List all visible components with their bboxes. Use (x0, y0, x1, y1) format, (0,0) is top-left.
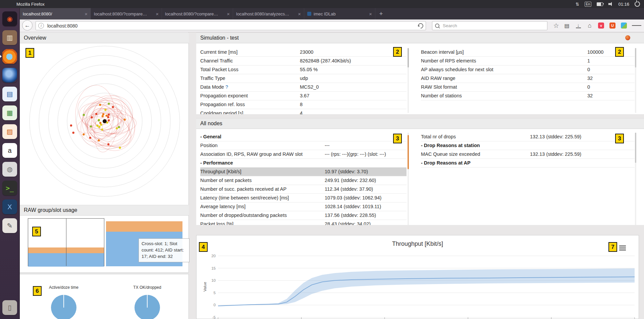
system-settings-icon: ◍ (2, 162, 17, 177)
row-value: 132.13 (stddev: 225.59) (530, 150, 581, 158)
launcher-item-files[interactable]: ▥ (1, 29, 18, 46)
url-input[interactable] (47, 23, 418, 29)
tab-close-button[interactable]: × (156, 11, 159, 16)
table-row[interactable]: Latency (time between sent/receive) [ms]… (200, 194, 407, 202)
scrollbar-thumb[interactable] (408, 48, 409, 67)
table-row: AID RAW range32 (421, 74, 635, 83)
table-row: Channel Traffic826284B (287.40Kbit/s) (200, 57, 407, 65)
scrollbar-thumb[interactable] (408, 135, 409, 169)
annotation-badge-1: 1 (25, 48, 34, 58)
table-row[interactable]: - General (200, 133, 407, 141)
battery-icon[interactable] (597, 2, 603, 6)
tab-analyze[interactable]: localhost:8080/analyzecs…× (233, 8, 304, 19)
table-row[interactable]: Packet loss [%]28.43 (stddev: 34.02) (200, 220, 407, 225)
row-value: udp (300, 74, 308, 83)
launcher-item-firefox[interactable] (1, 48, 18, 65)
annotation-badge-7: 7 (608, 242, 617, 252)
row-label: Propagation ref. loss (200, 100, 245, 109)
back-button[interactable]: ← (22, 20, 33, 31)
tab-compare1[interactable]: localhost:8080/?compare…× (91, 8, 162, 19)
unity-launcher: ◉▥▤▦▨a◍>_X✎▯ (0, 8, 20, 319)
launcher-item-trash[interactable]: ▯ (1, 299, 18, 316)
launcher-item-amazon[interactable]: a (1, 142, 18, 159)
simulation-table-left: Current time [ms]23000Channel Traffic826… (200, 48, 407, 114)
url-bar[interactable]: i (36, 21, 426, 30)
svg-text:10: 10 (211, 278, 216, 282)
row-value: 23000 (300, 48, 313, 56)
power-menu-icon[interactable] (635, 1, 640, 7)
table-row[interactable]: Association ID, RPS, RAW group and RAW s… (200, 150, 407, 159)
clock[interactable]: 01:16 (618, 2, 629, 7)
tab-home[interactable]: localhost:8080/× (20, 8, 91, 19)
tab-close-button[interactable]: × (369, 11, 372, 16)
launcher-item-dash-home[interactable]: ◉ (1, 10, 18, 28)
row-value: --- (rps: ---)(grp: ---) (slot: ---) (325, 150, 386, 158)
window-title: Mozilla Firefox (16, 2, 45, 7)
libreoffice-calc-icon: ▦ (2, 105, 17, 120)
overview-header: Overview (20, 33, 189, 43)
row-value: 8 (300, 100, 303, 109)
row-value: 249.91 (stddev: 232.60) (325, 176, 376, 185)
trash-icon: ▯ (2, 300, 17, 315)
row-value: 826284B (287.40Kbit/s) (300, 57, 351, 65)
pocket-icon[interactable]: v (596, 21, 606, 30)
launcher-item-browser-sphere[interactable] (1, 66, 18, 84)
table-row: Number of stations32 (421, 92, 635, 100)
row-value: 0 (587, 65, 590, 74)
bookmark-star-icon[interactable]: ☆ (551, 21, 561, 30)
table-row[interactable]: MAC Queue size exceeded132.13 (stddev: 2… (421, 150, 635, 159)
tab-compare2[interactable]: localhost:8080/?compare…× (162, 8, 233, 19)
dash-home-icon: ◉ (2, 11, 17, 26)
launcher-item-x-app[interactable]: X (1, 198, 18, 216)
launcher-item-libreoffice-calc[interactable]: ▦ (1, 104, 18, 122)
downloads-icon[interactable]: ↓ (574, 21, 583, 30)
tab-close-button[interactable]: × (227, 11, 230, 16)
tab-imec[interactable]: imec IDLab× (304, 8, 375, 19)
search-input[interactable] (442, 23, 544, 29)
browser-sphere-icon (2, 68, 17, 83)
table-row[interactable]: Position--- (200, 141, 407, 150)
search-bar[interactable] (432, 21, 547, 30)
scrollbar-thumb[interactable] (635, 48, 636, 67)
annotation-badge-6: 6 (33, 286, 42, 296)
row-label: - Drop Reasons at AP (421, 159, 471, 167)
volume-icon[interactable] (608, 2, 613, 6)
row-value: 100000 (587, 48, 603, 56)
tab-label: localhost:8080/?compare… (165, 11, 225, 16)
simulation-status-dot[interactable] (625, 35, 630, 40)
menu-icon[interactable] (632, 21, 641, 30)
table-row[interactable]: - Drop Reasons at AP (421, 159, 635, 168)
scrollbar-thumb[interactable] (635, 133, 636, 163)
chart-context-menu-icon[interactable] (619, 244, 626, 252)
terminal-icon: >_ (2, 181, 17, 195)
help-link[interactable]: ? (224, 84, 228, 90)
table-row[interactable]: Number of sent packets249.91 (stddev: 23… (200, 176, 407, 185)
tab-close-button[interactable]: × (298, 11, 301, 16)
extension-icon[interactable] (619, 21, 629, 30)
table-row[interactable]: - Drop Reasons at station (421, 141, 635, 150)
table-row[interactable]: Throughput [Kbit/s]10.97 (stddev: 3.70) (200, 168, 407, 176)
svg-text:15: 15 (211, 266, 216, 270)
library-icon[interactable]: ▤ (562, 21, 572, 30)
network-indicator-icon[interactable]: ⇅ (576, 2, 579, 7)
ubuntu-extension-icon[interactable]: U (608, 21, 617, 30)
table-row[interactable]: Number of succ. packets received at AP11… (200, 185, 407, 194)
tab-close-button[interactable]: × (85, 11, 88, 16)
site-info-icon[interactable]: i (38, 23, 44, 29)
table-row[interactable]: Average latency [ms]1028.14 (stddev: 101… (200, 202, 407, 211)
launcher-item-libreoffice-writer[interactable]: ▤ (1, 85, 18, 103)
table-row[interactable]: Total nr of drops132.13 (stddev: 225.59) (421, 133, 635, 141)
launcher-item-libreoffice-impress[interactable]: ▨ (1, 123, 18, 140)
launcher-item-terminal[interactable]: >_ (1, 179, 18, 197)
raw-group-1[interactable] (28, 218, 104, 266)
table-row: Number of RPS elements1 (421, 57, 635, 65)
keyboard-layout-indicator[interactable]: En (585, 2, 592, 7)
table-row[interactable]: - Performance (200, 159, 407, 168)
new-tab-button[interactable]: + (375, 8, 387, 19)
row-label: MAC Queue size exceeded (421, 150, 480, 158)
launcher-item-system-settings[interactable]: ◍ (1, 161, 18, 178)
home-icon[interactable]: ⌂ (585, 21, 594, 30)
reload-icon[interactable] (417, 22, 425, 30)
launcher-item-notes[interactable]: ✎ (1, 217, 18, 234)
table-row[interactable]: Number of dropped/outstanding packets137… (200, 211, 407, 220)
